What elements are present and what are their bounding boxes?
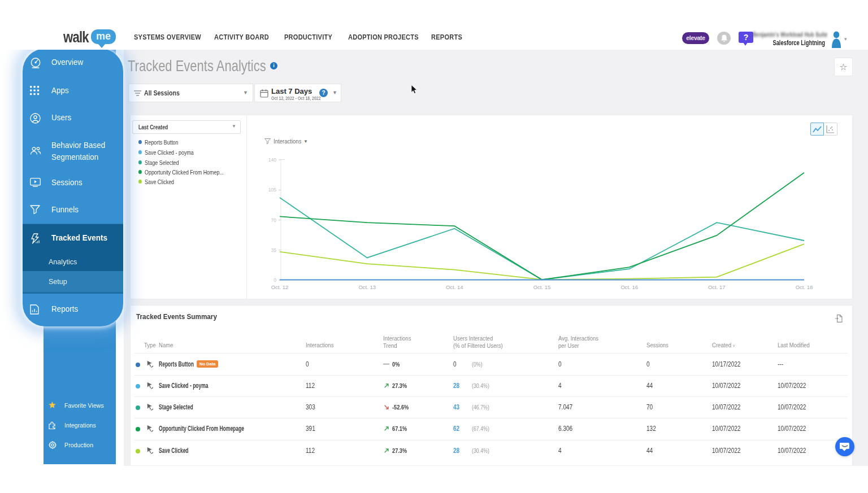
svg-text:70: 70 xyxy=(271,217,277,223)
svg-text:Oct. 15: Oct. 15 xyxy=(533,284,551,290)
svg-text:Oct. 13: Oct. 13 xyxy=(358,284,376,290)
svg-text:140: 140 xyxy=(268,157,276,163)
svg-text:Oct. 17: Oct. 17 xyxy=(708,284,726,290)
svg-text:0: 0 xyxy=(274,277,276,283)
svg-text:105: 105 xyxy=(268,187,276,193)
svg-text:Oct. 14: Oct. 14 xyxy=(446,284,463,290)
svg-text:Oct. 12: Oct. 12 xyxy=(271,284,289,290)
svg-text:Oct. 18: Oct. 18 xyxy=(796,284,813,290)
svg-text:35: 35 xyxy=(271,247,277,253)
svg-text:Oct. 16: Oct. 16 xyxy=(620,284,638,290)
